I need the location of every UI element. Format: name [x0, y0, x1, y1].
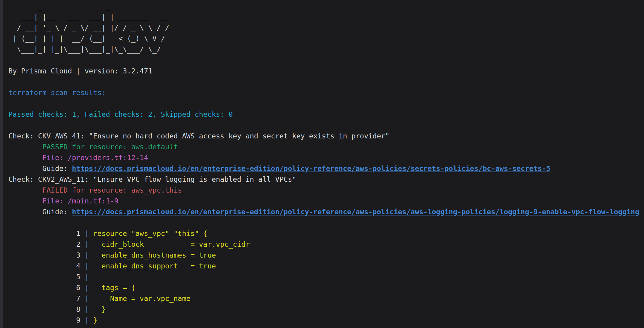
- code-line: 3 | enable_dns_hostnames = true: [8, 250, 644, 261]
- code-pipe: |: [80, 316, 93, 324]
- code-line: 5 |: [8, 271, 644, 282]
- code-text: Name = var.vpc_name: [93, 294, 191, 303]
- panel-edge-strip: [0, 0, 3, 328]
- check-file-path: File: /main.tf:1-9: [8, 196, 644, 206]
- code-line: 9 | }: [8, 315, 644, 326]
- check-status-passed: PASSED for resource: aws.default: [8, 141, 644, 152]
- code-line-number: 3: [76, 251, 80, 259]
- ascii-banner-line: _ _: [8, 1, 644, 11]
- terminal-output: _ _ ___| |__ ___ ___| | _______ __ / __|…: [8, 1, 644, 326]
- code-line-number: 2: [76, 240, 80, 249]
- code-pipe: |: [80, 262, 93, 270]
- code-line-number: 9: [76, 316, 80, 324]
- code-line: 7 | Name = var.vpc_name: [8, 293, 644, 304]
- code-line-number: 5: [76, 273, 80, 281]
- code-pipe: |: [80, 294, 93, 303]
- code-line: 6 | tags = {: [8, 282, 644, 293]
- check-header: Check: CKV_AWS_41: "Ensure no hard coded…: [8, 131, 644, 141]
- code-line: 8 | }: [8, 304, 644, 315]
- code-text: }: [93, 305, 106, 314]
- code-pipe: |: [80, 240, 93, 249]
- code-line: 2 | cidr_block = var.vpc_cidr: [8, 239, 644, 250]
- code-text: enable_dns_support = true: [93, 262, 216, 270]
- code-pipe: |: [80, 305, 93, 314]
- blank-line: [8, 120, 644, 131]
- code-pipe: |: [80, 283, 93, 292]
- code-line-number: 7: [76, 294, 80, 303]
- code-text: tags = {: [93, 283, 136, 292]
- ascii-banner-line: | (__| | | | __/ (__| < (_) \ V /: [8, 33, 644, 44]
- scan-type-header: terraform scan results:: [8, 87, 644, 98]
- ascii-banner-line: ___| |__ ___ ___| | _______ __: [8, 11, 644, 22]
- code-line-number: 1: [76, 229, 80, 238]
- code-line-number: 6: [76, 283, 80, 292]
- code-pipe: |: [80, 229, 93, 238]
- blank-line: [8, 217, 644, 228]
- scan-summary: Passed checks: 1, Failed checks: 2, Skip…: [8, 109, 644, 120]
- guide-label: Guide:: [42, 208, 72, 216]
- code-text: cidr_block = var.vpc_cidr: [93, 240, 250, 249]
- terminal-window: _ _ ___| |__ ___ ___| | _______ __ / __|…: [0, 0, 644, 328]
- check-guide-line: Guide: https://docs.prismacloud.io/en/en…: [8, 206, 644, 217]
- check-file-path: File: /providers.tf:12-14: [8, 152, 644, 163]
- code-text: enable_dns_hostnames = true: [93, 251, 216, 259]
- ascii-banner-line: / __| '_ \ / _ \/ __| |/ / _ \ \ / /: [8, 22, 644, 33]
- check-header: Check: CKV2_AWS_11: "Ensure VPC flow log…: [8, 174, 644, 185]
- guide-label: Guide:: [42, 164, 72, 173]
- ascii-banner-line: \___|_| |_|\___|\___|_|\_\___/ \_/: [8, 44, 644, 55]
- blank-line: [8, 76, 644, 87]
- guide-link[interactable]: https://docs.prismacloud.io/en/enterpris…: [72, 208, 639, 216]
- blank-line: [8, 55, 644, 66]
- code-line: 4 | enable_dns_support = true: [8, 261, 644, 271]
- code-pipe: |: [80, 251, 93, 259]
- code-line: 1 | resource "aws_vpc" "this" {: [8, 228, 644, 239]
- blank-line: [8, 98, 644, 109]
- check-status-failed: FAILED for resource: aws_vpc.this: [8, 185, 644, 196]
- guide-link[interactable]: https://docs.prismacloud.io/en/enterpris…: [72, 164, 550, 173]
- version-byline: By Prisma Cloud | version: 3.2.471: [8, 66, 644, 76]
- check-guide-line: Guide: https://docs.prismacloud.io/en/en…: [8, 163, 644, 174]
- code-text: }: [93, 316, 97, 324]
- code-pipe: |: [80, 273, 93, 281]
- code-line-number: 8: [76, 305, 80, 314]
- code-line-number: 4: [76, 262, 80, 270]
- code-text: resource "aws_vpc" "this" {: [93, 229, 207, 238]
